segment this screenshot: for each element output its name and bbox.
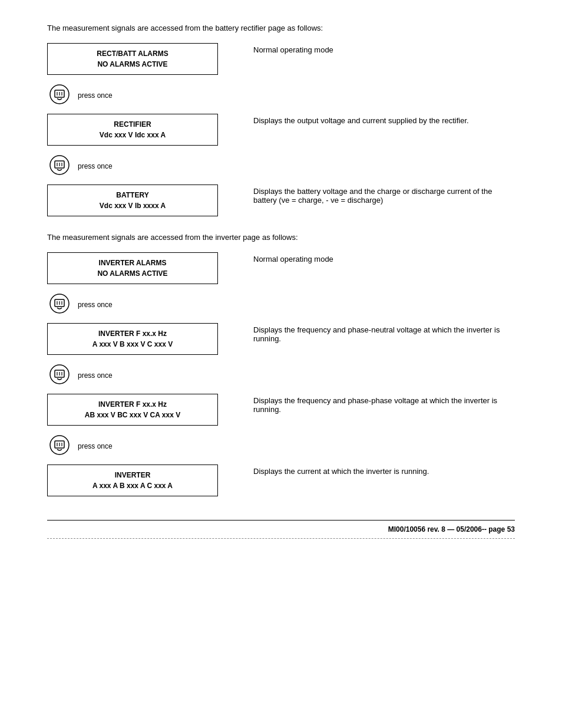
rect-batt-line2: NO ALARMS ACTIVE <box>97 60 167 68</box>
rect-batt-line1: RECT/BATT ALARMS <box>97 50 168 58</box>
inverter-alarms-desc: Normal operating mode <box>253 255 333 263</box>
rectifier-line1: RECTIFIER <box>114 120 151 129</box>
left-col-rectifier: RECTIFIER Vdc xxx V Idc xxx A <box>47 114 236 146</box>
page-content: The measurement signals are accessed fro… <box>47 24 515 539</box>
display-box-rect-batt: RECT/BATT ALARMS NO ALARMS ACTIVE <box>47 43 218 75</box>
right-col-inverter-pn: Displays the frequency and phase-neutral… <box>236 323 515 343</box>
press-row-battery: press once <box>47 154 236 179</box>
inverter-curr-line2: A xxx A B xxx A C xxx A <box>92 482 173 490</box>
press-row-battery-wrapper: press once <box>47 154 236 179</box>
display-box-inverter-pn: INVERTER F xx.x Hz A xxx V B xxx V C xxx… <box>47 323 218 355</box>
left-col-inverter-curr: INVERTER A xxx A B xxx A C xxx A <box>47 465 236 496</box>
intro-inverter: The measurement signals are accessed fro… <box>47 233 515 242</box>
inverter-pn-line2: A xxx V B xxx V C xxx V <box>92 340 173 348</box>
press-once-label-inv-pn: press once <box>78 301 113 309</box>
press-once-label-battery: press once <box>78 162 113 170</box>
press-row-inv-curr-wrapper: press once <box>47 434 236 459</box>
right-col-rectifier: Displays the output voltage and current … <box>236 114 515 125</box>
press-button-icon-inv-pp <box>47 363 72 388</box>
inverter-pp-desc: Displays the frequency and phase-phase v… <box>253 396 497 414</box>
display-box-inverter-curr: INVERTER A xxx A B xxx A C xxx A <box>47 465 218 496</box>
left-col-rect-batt: RECT/BATT ALARMS NO ALARMS ACTIVE <box>47 43 236 75</box>
rectifier-line2: Vdc xxx V Idc xxx A <box>100 131 166 139</box>
display-box-battery: BATTERY Vdc xxx V Ib xxxx A <box>47 185 218 216</box>
rect-batt-desc: Normal operating mode <box>253 45 333 54</box>
footer-label: MI00/10056 rev. 8 — 05/2006-- page <box>388 525 507 533</box>
press-row-inv-curr: press once <box>47 434 236 459</box>
inverter-curr-line1: INVERTER <box>115 471 151 479</box>
press-row-inv-pn-wrapper: press once <box>47 292 236 317</box>
right-col-inverter-curr: Displays the current at which the invert… <box>236 465 515 476</box>
press-once-label-inv-pp: press once <box>78 371 113 380</box>
press-row-inv-pn: press once <box>47 292 236 317</box>
press-row-rectifier-wrapper: press once <box>47 83 236 108</box>
row-rectifier: RECTIFIER Vdc xxx V Idc xxx A Displays t… <box>47 114 515 146</box>
inverter-pp-line1: INVERTER F xx.x Hz <box>98 400 167 409</box>
row-inverter-pp: INVERTER F xx.x Hz AB xxx V BC xxx V CA … <box>47 394 515 426</box>
press-row-rectifier: press once <box>47 83 236 108</box>
left-col-battery: BATTERY Vdc xxx V Ib xxxx A <box>47 185 236 216</box>
intro-battery: The measurement signals are accessed fro… <box>47 24 515 32</box>
battery-line2: Vdc xxx V Ib xxxx A <box>100 202 166 210</box>
row-inverter-pn: INVERTER F xx.x Hz A xxx V B xxx V C xxx… <box>47 323 515 355</box>
row-inverter-alarms: INVERTER ALARMS NO ALARMS ACTIVE Normal … <box>47 252 515 284</box>
display-box-rectifier: RECTIFIER Vdc xxx V Idc xxx A <box>47 114 218 146</box>
battery-line1: BATTERY <box>116 191 148 199</box>
right-col-inverter-alarms: Normal operating mode <box>236 252 515 263</box>
display-box-inverter-pp: INVERTER F xx.x Hz AB xxx V BC xxx V CA … <box>47 394 218 426</box>
right-col-battery: Displays the battery voltage and the cha… <box>236 185 515 205</box>
right-col-inverter-pp: Displays the frequency and phase-phase v… <box>236 394 515 414</box>
inverter-alarms-line1: INVERTER ALARMS <box>99 259 167 267</box>
left-col-inverter-pp: INVERTER F xx.x Hz AB xxx V BC xxx V CA … <box>47 394 236 426</box>
inverter-pn-desc: Displays the frequency and phase-neutral… <box>253 325 500 343</box>
press-button-icon-inv-curr <box>47 434 72 459</box>
press-button-icon-rectifier <box>47 83 72 108</box>
page-number: 53 <box>507 525 515 533</box>
press-button-icon-battery <box>47 154 72 179</box>
footer-rule <box>47 520 515 521</box>
right-col-rect-batt: Normal operating mode <box>236 43 515 54</box>
press-once-label-rectifier: press once <box>78 91 113 100</box>
row-rect-batt-alarms: RECT/BATT ALARMS NO ALARMS ACTIVE Normal… <box>47 43 515 75</box>
press-once-label-inv-curr: press once <box>78 442 113 450</box>
footer-text: MI00/10056 rev. 8 — 05/2006-- page 53 <box>47 525 515 533</box>
row-inverter-curr: INVERTER A xxx A B xxx A C xxx A Display… <box>47 465 515 496</box>
left-col-inverter-alarms: INVERTER ALARMS NO ALARMS ACTIVE <box>47 252 236 284</box>
display-box-inverter-alarms: INVERTER ALARMS NO ALARMS ACTIVE <box>47 252 218 284</box>
press-button-icon-inv-pn <box>47 292 72 317</box>
battery-desc: Displays the battery voltage and the cha… <box>253 187 492 205</box>
press-row-inv-pp-wrapper: press once <box>47 363 236 388</box>
inverter-pn-line1: INVERTER F xx.x Hz <box>98 330 167 338</box>
left-col-inverter-pn: INVERTER F xx.x Hz A xxx V B xxx V C xxx… <box>47 323 236 355</box>
rectifier-desc: Displays the output voltage and current … <box>253 116 469 125</box>
inverter-pp-line2: AB xxx V BC xxx V CA xxx V <box>85 411 180 419</box>
footer-dashed <box>47 538 515 539</box>
row-battery: BATTERY Vdc xxx V Ib xxxx A Displays the… <box>47 185 515 216</box>
inverter-curr-desc: Displays the current at which the invert… <box>253 467 429 476</box>
press-row-inv-pp: press once <box>47 363 236 388</box>
inverter-alarms-line2: NO ALARMS ACTIVE <box>97 269 167 278</box>
